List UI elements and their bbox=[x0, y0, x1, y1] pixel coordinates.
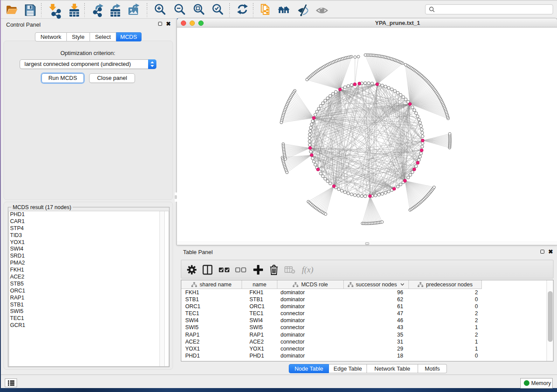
svg-text:f(x): f(x) bbox=[302, 265, 313, 275]
